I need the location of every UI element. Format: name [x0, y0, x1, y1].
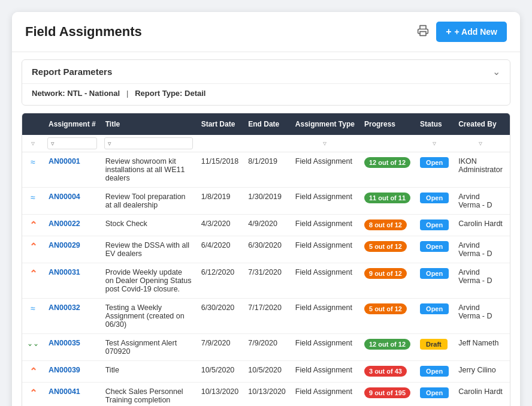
report-parameters-toggle[interactable]: Report Parameters ⌄	[22, 60, 510, 83]
row-end-date: 4/9/2020	[243, 215, 291, 236]
row-icon: ⌃	[22, 236, 44, 263]
row-action: ✎ 🗑	[507, 334, 510, 361]
row-end-date: 1/30/2019	[243, 188, 291, 215]
filter-status[interactable]: ▿	[415, 135, 454, 152]
row-title: Review showroom kit installations at all…	[101, 152, 197, 188]
row-progress: 12 out of 12	[359, 334, 415, 361]
table-row: ⌃ AN00031 Provide Weekly update on Deale…	[22, 263, 510, 299]
row-type: Field Assignment	[291, 334, 359, 361]
row-status: Draft	[415, 334, 454, 361]
report-type-value: Detail	[185, 89, 205, 98]
col-icon	[22, 113, 44, 135]
row-status: Open	[415, 152, 454, 188]
row-progress: 12 out of 12	[359, 152, 415, 188]
row-title: Title	[101, 361, 197, 383]
row-status: Open	[415, 383, 454, 407]
row-title: Test Assignment Alert 070920	[101, 334, 197, 361]
row-assignment-num: AN00039	[44, 361, 101, 383]
table-row: ≈ AN00004 Review Tool preparation at all…	[22, 188, 510, 215]
row-status: Open	[415, 215, 454, 236]
col-start-date: Start Date	[197, 113, 244, 135]
row-assignment-num: AN00029	[44, 236, 101, 263]
row-start-date: 10/5/2020	[197, 361, 244, 383]
row-assignment-num: AN00041	[44, 383, 101, 407]
row-type: Field Assignment	[291, 188, 359, 215]
row-created-by: Jeff Nameth	[454, 334, 507, 361]
row-assignment-num: AN00032	[44, 299, 101, 334]
row-start-date: 6/4/2020	[197, 236, 244, 263]
table-row: ≈ AN00032 Testing a Weekly Assignment (c…	[22, 299, 510, 334]
row-start-date: 6/12/2020	[197, 263, 244, 299]
row-status: Open	[415, 236, 454, 263]
row-start-date: 1/8/2019	[197, 188, 244, 215]
row-type: Field Assignment	[291, 152, 359, 188]
row-title: Provide Weekly update on Dealer Opening …	[101, 263, 197, 299]
row-progress: 5 out of 12	[359, 236, 415, 263]
col-title: Title	[101, 113, 197, 135]
header-actions: + + Add New	[417, 22, 507, 42]
row-action: ✎ 🗑	[507, 215, 510, 236]
row-action: ✎ 🗑	[507, 263, 510, 299]
row-status: Open	[415, 299, 454, 334]
row-type: Field Assignment	[291, 383, 359, 407]
table-row: ⌄⌄ AN00035 Test Assignment Alert 070920 …	[22, 334, 510, 361]
filter-created-by[interactable]: ▿	[454, 135, 507, 152]
row-icon: ⌃	[22, 263, 44, 299]
row-end-date: 8/1/2019	[243, 152, 291, 188]
row-icon: ≈	[22, 152, 44, 188]
row-created-by: Carolin Hardt	[454, 383, 507, 407]
row-end-date: 10/5/2020	[243, 361, 291, 383]
col-assignment-num: Assignment #	[44, 113, 101, 135]
row-status: Open	[415, 188, 454, 215]
filter-progress	[359, 135, 415, 152]
table-row: ⌃ AN00022 Stock Check 4/3/2020 4/9/2020 …	[22, 215, 510, 236]
row-icon: ≈	[22, 188, 44, 215]
row-action: ✎ 🗑	[507, 188, 510, 215]
row-title: Review the DSSA with all EV dealers	[101, 236, 197, 263]
report-parameters-title: Report Parameters	[32, 67, 112, 77]
network-label: Network:	[32, 89, 65, 98]
assignments-table-wrapper: Assignment # Title Start Date End Date A…	[22, 113, 510, 406]
row-action: ✎ 🗑	[507, 383, 510, 407]
row-title: Testing a Weekly Assignment (created on …	[101, 299, 197, 334]
row-progress: 5 out of 12	[359, 299, 415, 334]
row-icon: ⌃	[22, 215, 44, 236]
row-created-by: IKON Administrator	[454, 152, 507, 188]
row-action: ✎ 🗑	[507, 152, 510, 188]
row-icon: ⌃	[22, 361, 44, 383]
filter-assignment-num[interactable]	[44, 135, 101, 152]
row-created-by: Jerry Cilino	[454, 361, 507, 383]
svg-rect-0	[420, 31, 426, 35]
col-end-date: End Date	[243, 113, 291, 135]
row-action: ✎ 🗑	[507, 299, 510, 334]
add-new-button[interactable]: + + Add New	[436, 22, 507, 42]
filter-type[interactable]: ▿	[291, 135, 359, 152]
row-progress: 9 out of 12	[359, 263, 415, 299]
filter-action	[507, 135, 510, 152]
add-new-label: + Add New	[455, 27, 497, 37]
filter-icon-col: ▿	[22, 135, 44, 152]
row-end-date: 10/13/2020	[243, 383, 291, 407]
row-progress: 3 out of 43	[359, 361, 415, 383]
col-assignment-type: Assignment Type	[291, 113, 359, 135]
col-progress: Progress	[359, 113, 415, 135]
filter-title[interactable]	[101, 135, 197, 152]
report-type-label: Report Type:	[135, 89, 182, 98]
row-assignment-num: AN00001	[44, 152, 101, 188]
col-status: Status	[415, 113, 454, 135]
page-title: Field Assignments	[25, 24, 142, 40]
row-end-date: 7/31/2020	[243, 263, 291, 299]
report-parameters-panel: Report Parameters ⌄ Network: NTL - Natio…	[22, 59, 510, 106]
table-row: ⌃ AN00039 Title 10/5/2020 10/5/2020 Fiel…	[22, 361, 510, 383]
row-progress: 9 out of 195	[359, 383, 415, 407]
row-type: Field Assignment	[291, 236, 359, 263]
row-start-date: 7/9/2020	[197, 334, 244, 361]
row-start-date: 11/15/2018	[197, 152, 244, 188]
chevron-down-icon: ⌄	[492, 66, 500, 77]
filter-end-date	[243, 135, 291, 152]
print-button[interactable]	[417, 25, 429, 40]
row-progress: 11 out of 11	[359, 188, 415, 215]
row-type: Field Assignment	[291, 215, 359, 236]
row-progress: 8 out of 12	[359, 215, 415, 236]
row-assignment-num: AN00004	[44, 188, 101, 215]
